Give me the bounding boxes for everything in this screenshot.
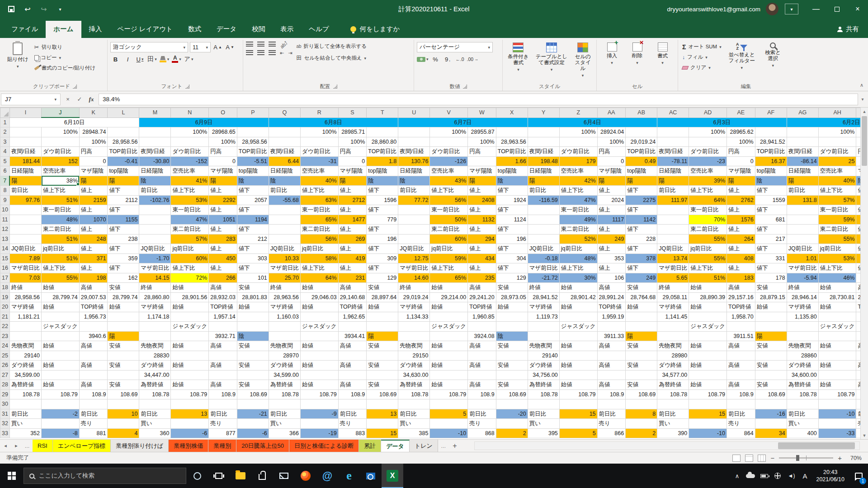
cell[interactable] [300, 137, 338, 147]
cell[interactable]: ダウ終値 [9, 361, 41, 371]
cell[interactable]: 高値 [597, 361, 626, 371]
row-header-33[interactable]: 33 [0, 428, 10, 438]
cell[interactable]: 終値 [787, 283, 818, 293]
cell[interactable]: 前日比 [787, 186, 818, 196]
cell[interactable]: 217 [755, 234, 787, 244]
cell[interactable] [496, 419, 528, 429]
cell[interactable]: 始値 [171, 283, 209, 293]
cell[interactable]: 値上 [79, 263, 108, 273]
cell[interactable]: 陰 [755, 176, 787, 186]
cell[interactable] [528, 234, 559, 244]
column-header-V[interactable]: V [430, 108, 468, 118]
cell[interactable]: 値上 [79, 244, 108, 254]
cell[interactable]: 868 [468, 428, 496, 438]
cell[interactable]: 値下 [108, 225, 139, 235]
cell[interactable]: 日経陽陰 [528, 166, 559, 176]
row-header-7[interactable]: 7 [0, 176, 10, 186]
cell[interactable] [657, 137, 689, 147]
alignment-dialog-launcher[interactable] [333, 84, 337, 89]
cell[interactable]: 前日比 [209, 409, 237, 419]
cell[interactable] [468, 351, 496, 361]
cell[interactable]: 安値 [496, 361, 528, 371]
cell[interactable]: 331 [755, 253, 787, 263]
cell[interactable]: 陽 [528, 176, 559, 186]
cell[interactable]: 値下 [237, 263, 269, 273]
cell[interactable]: 陰 [237, 176, 269, 186]
cell[interactable]: 始値 [300, 341, 338, 351]
cell[interactable] [338, 351, 367, 361]
cell[interactable]: 陰 [367, 176, 398, 186]
cell[interactable]: 値上下比 [42, 186, 80, 196]
column-header-AF[interactable]: AF [755, 108, 787, 118]
cell[interactable]: 前日比 [398, 186, 430, 196]
cell[interactable]: ダウ終値 [528, 361, 559, 371]
column-header-M[interactable]: M [139, 108, 171, 118]
align-bottom-icon[interactable] [269, 42, 276, 47]
cell[interactable]: 高値 [597, 283, 626, 293]
cell[interactable]: 100% [468, 137, 496, 147]
cell[interactable] [171, 419, 209, 429]
cell[interactable] [367, 370, 398, 380]
cell[interactable]: 228 [626, 234, 657, 244]
cell[interactable]: 安値 [367, 283, 398, 293]
cell[interactable]: 始値 [430, 302, 468, 312]
cell[interactable]: 1.01 [787, 253, 818, 263]
enter-formula-button[interactable]: ✓ [74, 96, 85, 103]
cell[interactable]: ジャスダック [171, 322, 209, 332]
cell[interactable] [657, 205, 689, 215]
cell[interactable] [818, 419, 856, 429]
cell[interactable] [496, 351, 528, 361]
cell[interactable]: 2275 [626, 195, 657, 205]
cell[interactable]: 高値 [856, 380, 860, 390]
cell[interactable]: 値下 [237, 225, 269, 235]
row-header-24[interactable]: 24 [0, 341, 10, 351]
cell[interactable] [269, 225, 300, 235]
cell[interactable]: 陽 [727, 176, 755, 186]
cell[interactable]: 始値 [559, 302, 597, 312]
cell[interactable]: 円高 [209, 147, 237, 157]
cell[interactable]: 434 [468, 253, 496, 263]
cell[interactable]: 高値 [79, 283, 108, 293]
cell[interactable]: 29,241.20 [468, 292, 496, 302]
cell[interactable]: 100% [171, 127, 209, 137]
cell[interactable] [171, 351, 209, 361]
cell[interactable]: -0.41 [108, 156, 139, 166]
cell[interactable]: 値下 [367, 225, 398, 235]
cell[interactable]: 108.69 [755, 389, 787, 399]
row-header-21[interactable]: 21 [0, 312, 10, 322]
orientation-icon[interactable]: ab⤴ [279, 40, 288, 49]
cell[interactable]: 353 [597, 253, 626, 263]
menu-tab-page-layout[interactable]: ページ レイアウト [110, 21, 180, 38]
cell[interactable]: 100% [559, 127, 597, 137]
cell[interactable]: 値下 [626, 186, 657, 196]
cell[interactable]: 売り [727, 419, 755, 429]
cell[interactable]: 1,956.73 [79, 312, 108, 322]
cell[interactable]: 309 [367, 253, 398, 263]
ribbon-display-options-button[interactable]: ▾ [785, 4, 798, 14]
cell[interactable]: 28,941.52 [528, 292, 559, 302]
cell[interactable]: ジャスダック [818, 322, 856, 332]
decrease-font-button[interactable]: A▼ [225, 42, 235, 52]
cell[interactable]: 1924 [496, 195, 528, 205]
cell[interactable] [755, 399, 787, 409]
cell[interactable]: ダウ終値 [139, 361, 171, 371]
collapse-ribbon-button[interactable]: ∧ [860, 82, 863, 88]
cell[interactable]: 2 [496, 428, 528, 438]
cell[interactable]: 先物夜間 [269, 341, 300, 351]
cell[interactable]: JQ前日比 [398, 244, 430, 254]
cell[interactable]: -1.70 [139, 253, 171, 263]
cell[interactable]: 買い [787, 419, 818, 429]
cell[interactable]: 28,958.56 [237, 137, 269, 147]
cell[interactable]: 55% [42, 273, 80, 283]
cell[interactable]: 先物夜間 [9, 341, 41, 351]
number-dialog-launcher[interactable] [463, 84, 467, 89]
cell[interactable] [818, 351, 856, 361]
cell[interactable]: 始値 [42, 341, 80, 351]
row-header-2[interactable]: 2 [0, 127, 10, 137]
cell[interactable]: 64% [689, 195, 727, 205]
cell[interactable]: 29,046.03 [300, 292, 338, 302]
cell[interactable]: 値上 [338, 205, 367, 215]
cell[interactable]: 238 [108, 234, 139, 244]
row-header-32[interactable]: 32 [0, 419, 10, 429]
cell[interactable]: 419 [338, 253, 367, 263]
